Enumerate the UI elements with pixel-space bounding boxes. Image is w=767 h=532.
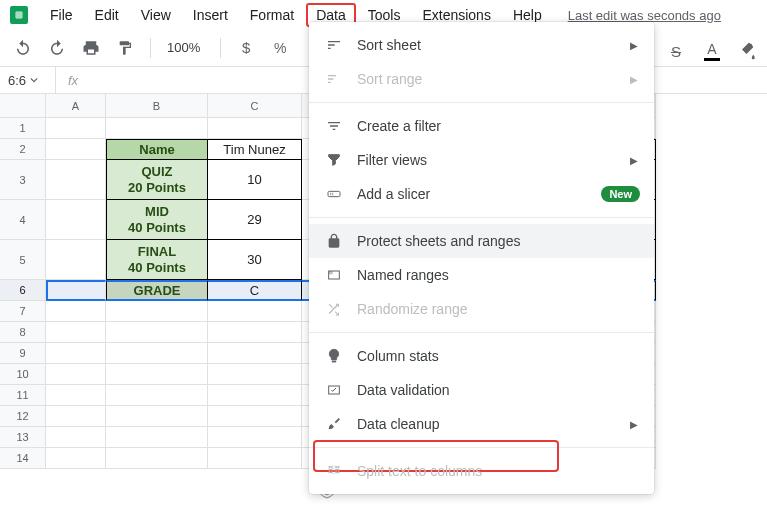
row-header[interactable]: 1 [0,118,46,139]
cell-grade-c[interactable]: C [208,280,302,301]
bulb-icon [325,347,343,365]
menu-data-cleanup[interactable]: Data cleanup▶ [309,407,654,441]
fx-label: fx [55,67,90,93]
last-edit-link[interactable]: Last edit was seconds ago [568,8,721,23]
submenu-arrow-icon: ▶ [630,155,638,166]
menu-sort-sheet[interactable]: Sort sheet▶ [309,28,654,62]
menu-insert[interactable]: Insert [183,3,238,27]
menu-sort-range: Sort range▶ [309,62,654,96]
filter-views-icon [325,151,343,169]
menu-randomize-range: Randomize range [309,292,654,326]
menu-named-ranges[interactable]: Named ranges [309,258,654,292]
data-menu-dropdown: Sort sheet▶ Sort range▶ Create a filter … [309,22,654,494]
menu-view[interactable]: View [131,3,181,27]
row-header[interactable]: 3 [0,160,46,200]
menu-file[interactable]: File [40,3,83,27]
svg-rect-3 [329,271,333,274]
currency-button[interactable]: $ [233,35,259,61]
col-header-c[interactable]: C [208,94,302,118]
shuffle-icon [325,300,343,318]
strikethrough-button[interactable]: S [663,38,689,64]
paint-format-button[interactable] [112,35,138,61]
print-button[interactable] [78,35,104,61]
undo-button[interactable] [10,35,36,61]
row-header[interactable]: 4 [0,200,46,240]
row-header[interactable]: 9 [0,343,46,364]
redo-button[interactable] [44,35,70,61]
named-range-icon [325,266,343,284]
row-header[interactable]: 2 [0,139,46,160]
slicer-icon [325,185,343,203]
cell-quiz-label[interactable]: QUIZ20 Points [106,160,208,200]
menu-protect-sheets[interactable]: Protect sheets and ranges [309,224,654,258]
name-box[interactable]: 6:6 [0,73,55,88]
cell-final-label[interactable]: FINAL40 Points [106,240,208,280]
row-header[interactable]: 11 [0,385,46,406]
select-all-corner[interactable] [0,94,46,118]
menu-column-stats[interactable]: Column stats [309,339,654,373]
svg-rect-0 [14,10,24,20]
menu-data-validation[interactable]: Data validation [309,373,654,407]
filter-icon [325,117,343,135]
cell-mid-c[interactable]: 29 [208,200,302,240]
menu-split-text: Split text to columns [309,454,654,488]
fill-color-button[interactable] [735,38,761,64]
cell-final-c[interactable]: 30 [208,240,302,280]
row-header[interactable]: 12 [0,406,46,427]
row-header[interactable]: 14 [0,448,46,469]
cell-name-header[interactable]: Name [106,139,208,160]
submenu-arrow-icon: ▶ [630,419,638,430]
row-header[interactable]: 5 [0,240,46,280]
cell-grade-label[interactable]: GRADE [106,280,208,301]
row-header[interactable]: 7 [0,301,46,322]
sheets-logo [10,6,28,24]
submenu-arrow-icon: ▶ [630,74,638,85]
cleanup-icon [325,415,343,433]
row-header[interactable]: 10 [0,364,46,385]
menu-create-filter[interactable]: Create a filter [309,109,654,143]
text-color-button[interactable]: A [699,38,725,64]
new-badge: New [601,186,640,202]
menu-edit[interactable]: Edit [85,3,129,27]
toolbar-right: S A [663,38,761,64]
validation-icon [325,381,343,399]
sort-icon [325,36,343,54]
split-icon [325,462,343,480]
svg-rect-1 [328,191,340,196]
cell-quiz-c[interactable]: 10 [208,160,302,200]
row-header[interactable]: 6 [0,280,46,301]
row-header[interactable]: 13 [0,427,46,448]
lock-icon [325,232,343,250]
menu-filter-views[interactable]: Filter views▶ [309,143,654,177]
cell-student-1[interactable]: Tim Nunez [208,139,302,160]
menu-format[interactable]: Format [240,3,304,27]
submenu-arrow-icon: ▶ [630,40,638,51]
percent-button[interactable]: % [267,35,293,61]
cell-mid-label[interactable]: MID40 Points [106,200,208,240]
sort-range-icon [325,70,343,88]
col-header-a[interactable]: A [46,94,106,118]
row-header[interactable]: 8 [0,322,46,343]
menu-add-slicer[interactable]: Add a slicerNew [309,177,654,211]
zoom-select[interactable]: 100% [163,40,208,55]
col-header-b[interactable]: B [106,94,208,118]
